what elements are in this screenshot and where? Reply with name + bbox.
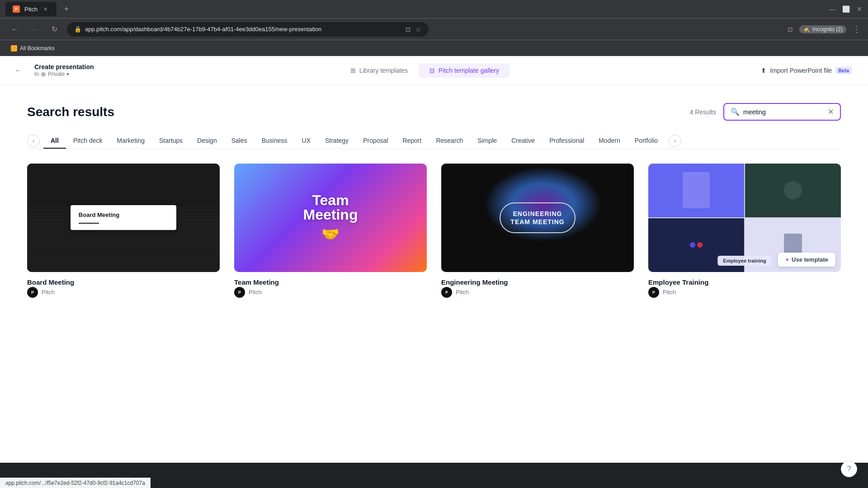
nav-tabs: ⊞ Library templates ⊟ Pitch template gal… [103,63,746,78]
library-icon: ⊞ [350,67,356,74]
template-author-team: P Pitch [234,287,427,298]
template-card-team-meeting[interactable]: Team Meeting 🤝 Team Meeting P Pitch [234,164,427,298]
address-bar[interactable]: 🔒 app.pitch.com/app/dashboard/4b74b27e-1… [67,22,429,37]
pitch-logo-team: P [234,287,245,298]
pitch-gallery-tab[interactable]: ⊟ Pitch template gallery [419,63,510,78]
template-name-board: Board Meeting [27,278,220,286]
tab-favicon: P [13,5,20,13]
template-grid: Board Meeting Board Meeting P Pitch Tea [27,164,841,298]
tab-title: Pitch [24,6,38,13]
bookmark-star-icon[interactable]: ☆ [415,26,421,33]
cast-icon: ⊡ [406,26,411,33]
gallery-icon: ⊟ [429,67,435,74]
template-thumbnail-employee: Employee training + Use template [648,164,841,272]
minimize-button[interactable]: — [829,6,835,12]
browser-frame: P Pitch ✕ + — ⬜ ✕ ← → ↻ 🔒 app.pitch.com/… [0,0,868,488]
filter-marketing[interactable]: Marketing [109,133,151,149]
filter-simple[interactable]: Simple [470,133,504,149]
board-meeting-line [79,223,99,224]
template-thumbnail-engineering: ENGINEERINGTEAM MEETING [441,164,634,272]
top-nav: ← Create presentation In ⊗ Private ▾ ⊞ L… [0,56,868,85]
incognito-badge: 🕵 Incognito (2) [799,25,846,33]
filter-prev-button[interactable]: ‹ [27,135,40,147]
template-card-engineering[interactable]: ENGINEERINGTEAM MEETING Engineering Meet… [441,164,634,298]
team-meeting-emoji: 🤝 [321,225,340,243]
filter-pitch-deck[interactable]: Pitch deck [66,133,110,149]
template-by-team: Pitch [249,289,262,296]
filter-strategy[interactable]: Strategy [318,133,356,149]
filter-professional[interactable]: Professional [542,133,591,149]
template-by-engineering: Pitch [456,289,469,296]
template-name-engineering: Engineering Meeting [441,278,634,286]
filter-modern[interactable]: Modern [591,133,627,149]
template-author-employee: P Pitch [648,287,841,298]
filter-creative[interactable]: Creative [504,133,542,149]
filter-sales[interactable]: Sales [224,133,255,149]
template-card-employee-training[interactable]: Employee training + Use template Employe… [648,164,841,298]
create-title: Create presentation [34,63,94,70]
template-name-team: Team Meeting [234,278,427,286]
use-template-button[interactable]: + Use template [778,253,835,267]
filter-business[interactable]: Business [255,133,295,149]
bookmarks-folder-icon [11,45,17,52]
search-icon: 🔍 [731,108,740,116]
pitch-logo-board: P [27,287,38,298]
menu-icon[interactable]: ⋮ [853,24,861,34]
address-text: app.pitch.com/app/dashboard/4b74b27e-17b… [85,26,402,33]
bookmarks-all-item[interactable]: All Bookmarks [7,43,58,53]
maximize-button[interactable]: ⬜ [843,6,849,12]
filter-proposal[interactable]: Proposal [356,133,395,149]
search-box[interactable]: 🔍 ✕ [723,103,841,121]
reload-button[interactable]: ↻ [47,22,61,37]
titlebar-controls: — ⬜ ✕ [829,6,863,12]
pitch-logo-engineering: P [441,287,452,298]
board-meeting-card-title: Board Meeting [79,211,168,218]
back-button[interactable]: ← [11,63,25,78]
filter-ux[interactable]: UX [295,133,318,149]
forward-nav-button[interactable]: → [27,22,42,37]
import-icon: ⬆ [761,67,766,74]
engineering-meeting-badge: ENGINEERINGTEAM MEETING [500,202,575,233]
template-card-board-meeting[interactable]: Board Meeting Board Meeting P Pitch [27,164,220,298]
nav-right: ⬆ Import PowerPoint file Beta [755,63,857,78]
library-templates-tab[interactable]: ⊞ Library templates [340,63,419,78]
import-button[interactable]: ⬆ Import PowerPoint file Beta [755,63,857,78]
close-button[interactable]: ✕ [856,6,863,12]
filter-research[interactable]: Research [429,133,470,149]
search-header: Search results 4 Results 🔍 ✕ [27,103,841,121]
main-content: Search results 4 Results 🔍 ✕ ‹ All Pitch… [0,85,868,316]
create-info: Create presentation In ⊗ Private ▾ [34,63,94,78]
private-badge: In ⊗ Private ▾ [34,70,94,78]
tab-close-button[interactable]: ✕ [42,5,49,13]
address-bar-icons: ⊡ ☆ [406,26,421,33]
plus-icon: + [785,256,789,263]
status-bar: app.pitch.com/.../f5e7e2ed-52f2-47d0-9cf… [0,478,151,488]
extensions-icon[interactable]: ⊡ [788,26,793,33]
lock-icon: 🔒 [74,26,81,33]
beta-badge: Beta [835,67,852,74]
back-nav-button[interactable]: ← [7,22,22,37]
search-input[interactable] [743,108,824,116]
search-results-title: Search results [27,105,114,119]
team-meeting-title: Team Meeting [303,193,358,222]
filter-all[interactable]: All [43,133,66,149]
template-thumbnail-team: Team Meeting 🤝 [234,164,427,272]
search-clear-button[interactable]: ✕ [828,108,834,116]
help-button[interactable]: ? [841,461,857,477]
browser-tab[interactable]: P Pitch ✕ [5,2,57,16]
filter-startups[interactable]: Startups [152,133,190,149]
template-thumbnail-board: Board Meeting [27,164,220,272]
template-name-employee: Employee Training [648,278,841,286]
template-by-board: Pitch [42,289,55,296]
template-author-engineering: P Pitch [441,287,634,298]
results-count: 4 Results [690,108,716,116]
bookmarks-bar: All Bookmarks [0,40,868,56]
new-tab-button[interactable]: + [60,3,73,15]
lock-icon: ⊗ [41,70,46,78]
use-template-overlay: + Use template [648,164,841,272]
filter-portfolio[interactable]: Portfolio [627,133,665,149]
incognito-icon: 🕵 [803,26,810,33]
filter-design[interactable]: Design [190,133,224,149]
filter-next-button[interactable]: › [669,135,681,147]
filter-report[interactable]: Report [395,133,429,149]
